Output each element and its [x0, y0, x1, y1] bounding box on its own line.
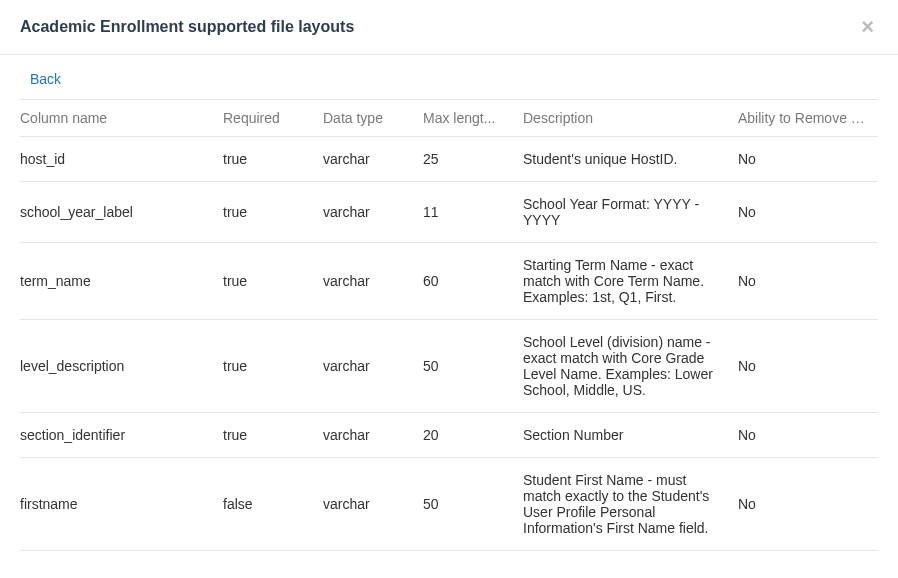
cell-description: Student First Name - must match exactly … [515, 458, 730, 551]
cell-required: true [215, 320, 315, 413]
close-button[interactable]: × [857, 16, 878, 38]
table-body: host_id true varchar 25 Student's unique… [20, 137, 878, 551]
cell-column-name: school_year_label [20, 182, 215, 243]
cell-data-type: varchar [315, 413, 415, 458]
cell-ability-remove: No [730, 413, 878, 458]
table-row: term_name true varchar 60 Starting Term … [20, 243, 878, 320]
col-header-ability-remove[interactable]: Ability to Remove Dat... [730, 100, 878, 137]
col-header-column-name[interactable]: Column name [20, 100, 215, 137]
table-header-row: Column name Required Data type Max lengt… [20, 100, 878, 137]
cell-max-length: 25 [415, 137, 515, 182]
cell-column-name: section_identifier [20, 413, 215, 458]
back-link[interactable]: Back [0, 55, 61, 99]
cell-description: Student's unique HostID. [515, 137, 730, 182]
table-row: host_id true varchar 25 Student's unique… [20, 137, 878, 182]
col-header-required[interactable]: Required [215, 100, 315, 137]
cell-required: true [215, 182, 315, 243]
cell-ability-remove: No [730, 137, 878, 182]
cell-max-length: 20 [415, 413, 515, 458]
table-row: school_year_label true varchar 11 School… [20, 182, 878, 243]
cell-description: Section Number [515, 413, 730, 458]
cell-required: false [215, 458, 315, 551]
cell-description: School Year Format: YYYY - YYYY [515, 182, 730, 243]
close-icon: × [861, 14, 874, 39]
cell-data-type: varchar [315, 320, 415, 413]
modal-title: Academic Enrollment supported file layou… [20, 18, 354, 36]
col-header-max-length[interactable]: Max lengt... [415, 100, 515, 137]
modal-header: Academic Enrollment supported file layou… [0, 0, 898, 55]
cell-required: true [215, 137, 315, 182]
table-row: level_description true varchar 50 School… [20, 320, 878, 413]
cell-ability-remove: No [730, 243, 878, 320]
modal-container: Academic Enrollment supported file layou… [0, 0, 898, 578]
cell-column-name: firstname [20, 458, 215, 551]
table-container: Column name Required Data type Max lengt… [0, 99, 898, 551]
cell-ability-remove: No [730, 182, 878, 243]
cell-data-type: varchar [315, 243, 415, 320]
col-header-data-type[interactable]: Data type [315, 100, 415, 137]
cell-data-type: varchar [315, 182, 415, 243]
table-row: section_identifier true varchar 20 Secti… [20, 413, 878, 458]
cell-column-name: term_name [20, 243, 215, 320]
cell-required: true [215, 413, 315, 458]
cell-description: Starting Term Name - exact match with Co… [515, 243, 730, 320]
cell-ability-remove: No [730, 458, 878, 551]
cell-max-length: 50 [415, 458, 515, 551]
cell-data-type: varchar [315, 458, 415, 551]
cell-max-length: 50 [415, 320, 515, 413]
table-row: firstname false varchar 50 Student First… [20, 458, 878, 551]
file-layout-table: Column name Required Data type Max lengt… [20, 99, 878, 551]
cell-description: School Level (division) name - exact mat… [515, 320, 730, 413]
cell-required: true [215, 243, 315, 320]
cell-column-name: level_description [20, 320, 215, 413]
cell-data-type: varchar [315, 137, 415, 182]
cell-max-length: 60 [415, 243, 515, 320]
cell-column-name: host_id [20, 137, 215, 182]
col-header-description[interactable]: Description [515, 100, 730, 137]
cell-max-length: 11 [415, 182, 515, 243]
cell-ability-remove: No [730, 320, 878, 413]
